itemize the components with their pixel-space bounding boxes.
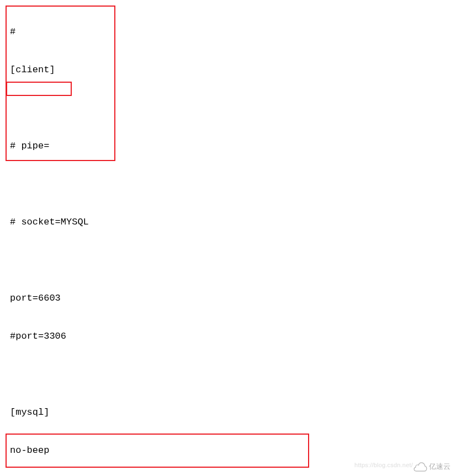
watermark-logo: 亿速云 [413,460,450,473]
config-line: [client] [10,63,456,76]
config-line: port=6603 [10,292,456,304]
watermark-url: https://blog.csdn.net/ [354,459,413,472]
config-line: # socket=MYSQL [10,216,456,228]
config-line: [mysql] [10,406,456,419]
config-line [10,368,456,381]
config-line: # [10,25,456,38]
config-line: no-beep [10,444,456,457]
watermark-brand: 亿速云 [429,460,450,473]
config-line [10,254,456,266]
config-line [10,178,456,190]
config-file-content: # [client] # pipe= # socket=MYSQL port=6… [0,0,456,476]
config-line [10,101,456,114]
cloud-icon [413,462,428,472]
config-line: #port=3306 [10,330,456,343]
config-line: # pipe= [10,140,456,152]
